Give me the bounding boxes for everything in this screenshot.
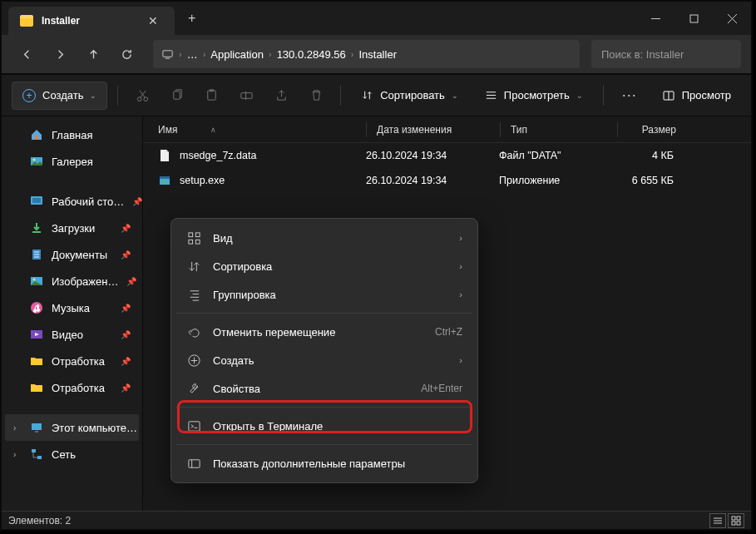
ctx-more-options[interactable]: Показать дополнительные параметры <box>176 449 472 477</box>
sidebar-downloads[interactable]: Загрузки📌 <box>5 215 139 241</box>
breadcrumb-item[interactable]: Installer <box>358 48 397 61</box>
svg-rect-61 <box>737 522 740 525</box>
chevron-right-icon: › <box>459 289 462 299</box>
up-button[interactable] <box>78 39 108 69</box>
delete-button[interactable] <box>302 80 330 111</box>
minimize-button[interactable] <box>636 2 674 35</box>
view-details-button[interactable] <box>709 513 726 528</box>
svg-rect-36 <box>32 449 36 452</box>
file-row[interactable]: setup.exe 26.10.2024 19:34 Приложение 6 … <box>143 168 751 193</box>
sidebar-documents[interactable]: Документы📌 <box>5 241 139 268</box>
maximize-button[interactable] <box>674 2 713 35</box>
tab-title: Installer <box>42 15 80 27</box>
tab-close-button[interactable]: ✕ <box>143 12 163 29</box>
svg-rect-35 <box>35 431 38 433</box>
breadcrumb-item[interactable]: Application <box>210 48 264 61</box>
chevron-right-icon: › <box>459 233 462 243</box>
ctx-sort[interactable]: Сортировка› <box>176 252 472 280</box>
column-headers: Имя∧ Дата изменения Тип Размер <box>143 116 751 143</box>
group-icon <box>186 287 201 302</box>
file-icon <box>158 149 171 162</box>
exe-icon <box>158 174 171 187</box>
sort-asc-icon: ∧ <box>210 126 216 134</box>
close-button[interactable] <box>713 2 751 35</box>
share-button[interactable] <box>268 80 296 111</box>
file-row[interactable]: msedge_7z.data 26.10.2024 19:34 Файл "DA… <box>143 143 751 168</box>
refresh-button[interactable] <box>111 39 141 69</box>
header-name[interactable]: Имя∧ <box>158 124 366 136</box>
new-tab-button[interactable]: + <box>175 11 209 26</box>
sidebar-home[interactable]: Главная <box>5 121 139 148</box>
sidebar-gallery[interactable]: Галерея <box>5 148 139 175</box>
rename-button[interactable] <box>233 80 261 111</box>
sidebar-network[interactable]: ›Сеть <box>5 441 139 467</box>
svg-rect-59 <box>737 517 740 520</box>
more-button[interactable]: ··· <box>614 87 645 104</box>
plus-circle-icon <box>186 353 201 368</box>
ctx-group[interactable]: Группировка› <box>176 280 472 309</box>
svg-line-8 <box>140 91 146 98</box>
pin-icon: 📌 <box>121 224 131 233</box>
sidebar-custom[interactable]: Отработка📌 <box>5 348 139 374</box>
pin-icon: 📌 <box>121 250 131 260</box>
monitor-icon <box>161 48 174 61</box>
ctx-properties[interactable]: СвойстваAlt+Enter <box>176 374 472 403</box>
svg-rect-34 <box>32 423 42 430</box>
svg-point-32 <box>31 302 42 314</box>
ctx-undo[interactable]: Отменить перемещениеCtrl+Z <box>176 318 472 346</box>
chevron-right-icon: › <box>459 261 462 271</box>
create-button[interactable]: + Создать ⌄ <box>12 82 107 110</box>
sort-icon <box>186 259 201 274</box>
view-thumbnails-button[interactable] <box>728 513 744 528</box>
copy-button[interactable] <box>163 80 191 111</box>
preview-pane-button[interactable]: Просмотр <box>652 89 741 102</box>
sidebar-custom[interactable]: Отработка📌 <box>5 374 139 401</box>
ctx-new[interactable]: Создать› <box>176 346 472 374</box>
pin-icon: 📌 <box>121 357 131 366</box>
statusbar: Элементов: 2 <box>2 511 751 529</box>
svg-rect-4 <box>163 50 172 57</box>
sidebar: Главная Галерея Рабочий сто…📌 Загрузки📌 … <box>2 116 143 511</box>
folder-icon <box>20 15 33 27</box>
header-size[interactable]: Размер <box>618 124 693 136</box>
svg-rect-37 <box>37 456 42 459</box>
ctx-open-terminal[interactable]: Открыть в Терминале <box>176 412 472 440</box>
breadcrumb-ellipsis[interactable]: … <box>187 48 198 61</box>
cut-button[interactable] <box>128 80 156 111</box>
plus-circle-icon: + <box>22 89 36 102</box>
status-count: Элементов: 2 <box>8 515 71 527</box>
sidebar-pictures[interactable]: Изображен…📌 <box>5 268 139 294</box>
sidebar-music[interactable]: Музыка📌 <box>5 294 139 321</box>
svg-rect-53 <box>188 459 199 467</box>
svg-point-22 <box>33 159 36 161</box>
pin-icon: 📌 <box>126 277 136 286</box>
search-input[interactable]: Поиск в: Installer <box>591 40 741 68</box>
sidebar-this-pc[interactable]: ›Этот компьюте… <box>5 414 139 441</box>
svg-point-31 <box>33 279 36 281</box>
svg-rect-24 <box>32 198 41 203</box>
sort-button[interactable]: Сортировать ⌄ <box>351 80 468 111</box>
svg-rect-60 <box>732 522 735 525</box>
breadcrumb[interactable]: › … › Application › 130.0.2849.56 › Inst… <box>153 40 580 68</box>
undo-icon <box>186 324 201 339</box>
view-button[interactable]: Просмотреть ⌄ <box>475 80 593 111</box>
sidebar-videos[interactable]: Видео📌 <box>5 321 139 348</box>
svg-point-7 <box>144 97 148 101</box>
header-type[interactable]: Тип <box>501 124 617 136</box>
navbar: › … › Application › 130.0.2849.56 › Inst… <box>2 35 751 75</box>
tab-active[interactable]: Installer ✕ <box>8 7 175 35</box>
wrench-icon <box>186 381 201 396</box>
breadcrumb-item[interactable]: 130.0.2849.56 <box>277 48 346 61</box>
pin-icon: 📌 <box>121 304 131 313</box>
paste-button[interactable] <box>198 80 226 111</box>
toolbar: + Создать ⌄ Сортировать ⌄ Просмотреть ⌄ … <box>2 75 751 116</box>
forward-button[interactable] <box>45 39 75 69</box>
sidebar-desktop[interactable]: Рабочий сто…📌 <box>5 188 139 215</box>
ctx-view[interactable]: Вид› <box>176 224 472 252</box>
back-button[interactable] <box>12 39 42 69</box>
pin-icon: 📌 <box>121 330 131 339</box>
svg-rect-10 <box>173 91 180 99</box>
svg-line-9 <box>139 91 145 98</box>
window-controls <box>636 2 751 35</box>
header-date[interactable]: Дата изменения <box>367 124 500 136</box>
